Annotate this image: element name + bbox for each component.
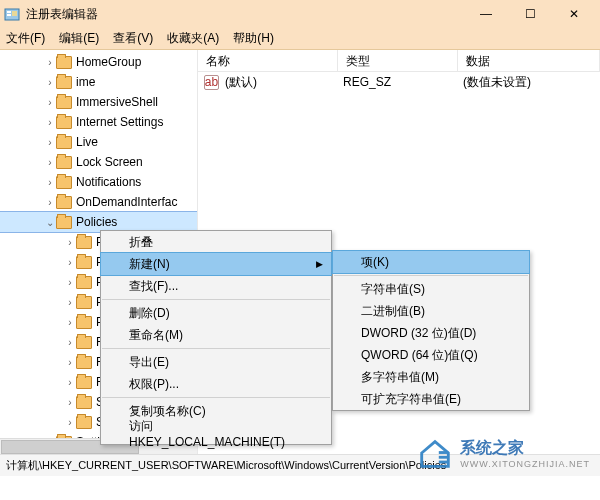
tree-item[interactable]: ›OnDemandInterfac — [0, 192, 197, 212]
svg-rect-4 — [439, 451, 449, 454]
folder-icon — [56, 136, 72, 149]
folder-icon — [76, 296, 92, 309]
context-menu: 折叠 新建(N)▶ 查找(F)... 删除(D) 重命名(M) 导出(E) 权限… — [100, 230, 332, 445]
expand-icon[interactable]: › — [64, 257, 76, 268]
separator — [102, 397, 330, 398]
ctx-export[interactable]: 导出(E) — [101, 351, 331, 373]
watermark: 系统之家 WWW.XITONGZHIJIA.NET — [416, 434, 590, 472]
expand-icon[interactable]: › — [44, 77, 56, 88]
expand-icon[interactable]: › — [44, 57, 56, 68]
close-button[interactable]: ✕ — [552, 0, 596, 28]
expand-icon[interactable]: › — [44, 117, 56, 128]
sub-key[interactable]: 项(K) — [333, 251, 529, 273]
ctx-find[interactable]: 查找(F)... — [101, 275, 331, 297]
sub-string[interactable]: 字符串值(S) — [333, 278, 529, 300]
svg-rect-6 — [439, 461, 449, 464]
expand-icon[interactable]: › — [64, 417, 76, 428]
tree-item[interactable]: ›HomeGroup — [0, 52, 197, 72]
folder-icon — [56, 176, 72, 189]
tree-label: ImmersiveShell — [76, 95, 158, 109]
ctx-collapse[interactable]: 折叠 — [101, 231, 331, 253]
col-name[interactable]: 名称 — [198, 50, 338, 71]
svg-rect-1 — [7, 11, 11, 13]
svg-rect-3 — [12, 11, 17, 16]
watermark-logo-icon — [416, 434, 454, 472]
expand-icon[interactable]: ⌄ — [44, 217, 56, 228]
folder-icon — [76, 376, 92, 389]
expand-icon[interactable]: › — [44, 137, 56, 148]
sub-qword[interactable]: QWORD (64 位)值(Q) — [333, 344, 529, 366]
maximize-button[interactable]: ☐ — [508, 0, 552, 28]
tree-item[interactable]: ›Live — [0, 132, 197, 152]
expand-icon[interactable]: › — [64, 377, 76, 388]
folder-icon — [76, 236, 92, 249]
menu-help[interactable]: 帮助(H) — [233, 30, 274, 47]
separator — [334, 275, 528, 276]
column-headers[interactable]: 名称 类型 数据 — [198, 50, 600, 72]
sub-binary[interactable]: 二进制值(B) — [333, 300, 529, 322]
expand-icon[interactable]: › — [44, 157, 56, 168]
menu-file[interactable]: 文件(F) — [6, 30, 45, 47]
tree-item[interactable]: ›Notifications — [0, 172, 197, 192]
folder-icon — [56, 216, 72, 229]
tree-item[interactable]: ›Internet Settings — [0, 112, 197, 132]
col-data[interactable]: 数据 — [458, 50, 600, 71]
window-title: 注册表编辑器 — [26, 6, 464, 23]
separator — [102, 348, 330, 349]
menu-bar: 文件(F) 编辑(E) 查看(V) 收藏夹(A) 帮助(H) — [0, 28, 600, 50]
expand-icon[interactable]: › — [64, 337, 76, 348]
tree-label: Policies — [76, 215, 117, 229]
tree-label: Live — [76, 135, 98, 149]
tree-label: ime — [76, 75, 95, 89]
expand-icon[interactable]: › — [64, 277, 76, 288]
sub-expand-string[interactable]: 可扩充字符串值(E) — [333, 388, 529, 410]
expand-icon[interactable]: › — [64, 237, 76, 248]
tree-item[interactable]: ›ime — [0, 72, 197, 92]
folder-icon — [76, 316, 92, 329]
folder-icon — [76, 256, 92, 269]
sub-multi-string[interactable]: 多字符串值(M) — [333, 366, 529, 388]
title-bar: 注册表编辑器 — ☐ ✕ — [0, 0, 600, 28]
expand-icon[interactable]: › — [64, 317, 76, 328]
expand-icon[interactable]: › — [44, 177, 56, 188]
col-type[interactable]: 类型 — [338, 50, 458, 71]
tree-label: HomeGroup — [76, 55, 141, 69]
folder-icon — [76, 416, 92, 429]
value-row[interactable]: ab (默认) REG_SZ (数值未设置) — [198, 72, 600, 92]
menu-edit[interactable]: 编辑(E) — [59, 30, 99, 47]
menu-view[interactable]: 查看(V) — [113, 30, 153, 47]
expand-icon[interactable]: › — [64, 397, 76, 408]
new-submenu: 项(K) 字符串值(S) 二进制值(B) DWORD (32 位)值(D) QW… — [332, 250, 530, 411]
tree-item[interactable]: ›ImmersiveShell — [0, 92, 197, 112]
expand-icon[interactable]: › — [44, 97, 56, 108]
tree-label: Internet Settings — [76, 115, 163, 129]
value-data: (数值未设置) — [463, 74, 531, 91]
folder-icon — [56, 76, 72, 89]
tree-label: Notifications — [76, 175, 141, 189]
folder-icon — [56, 96, 72, 109]
folder-icon — [56, 196, 72, 209]
tree-label: Lock Screen — [76, 155, 143, 169]
ctx-goto-hklm[interactable]: 访问 HKEY_LOCAL_MACHINE(T) — [101, 422, 331, 444]
expand-icon[interactable]: › — [64, 297, 76, 308]
ctx-delete[interactable]: 删除(D) — [101, 302, 331, 324]
ctx-rename[interactable]: 重命名(M) — [101, 324, 331, 346]
svg-rect-2 — [7, 14, 11, 16]
svg-rect-5 — [439, 456, 449, 459]
expand-icon[interactable]: › — [64, 357, 76, 368]
ctx-new[interactable]: 新建(N)▶ — [101, 253, 331, 275]
string-value-icon: ab — [204, 75, 219, 90]
sub-dword[interactable]: DWORD (32 位)值(D) — [333, 322, 529, 344]
tree-item[interactable]: ›Lock Screen — [0, 152, 197, 172]
menu-favorites[interactable]: 收藏夹(A) — [167, 30, 219, 47]
expand-icon[interactable]: › — [44, 197, 56, 208]
regedit-icon — [4, 6, 20, 22]
folder-icon — [76, 336, 92, 349]
watermark-text: 系统之家 — [460, 438, 590, 459]
ctx-permissions[interactable]: 权限(P)... — [101, 373, 331, 395]
minimize-button[interactable]: — — [464, 0, 508, 28]
watermark-url: WWW.XITONGZHIJIA.NET — [460, 459, 590, 469]
separator — [102, 299, 330, 300]
tree-item[interactable]: ⌄Policies — [0, 212, 197, 232]
tree-label: OnDemandInterfac — [76, 195, 177, 209]
